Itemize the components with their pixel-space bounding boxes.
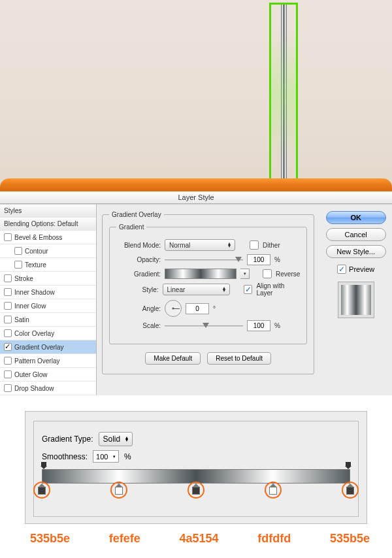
style-label-texture: Texture [25, 261, 46, 269]
style-label-satin: Satin [14, 316, 29, 323]
style-label-pattern-overlay: Pattern Overlay [14, 357, 59, 365]
percent-label: % [124, 452, 131, 461]
reverse-checkbox[interactable] [263, 269, 272, 278]
gradient-overlay-panel: Gradient Overlay Gradient Blend Mode: No… [97, 205, 319, 395]
style-checkbox-bevel-emboss[interactable] [4, 233, 12, 241]
dither-checkbox[interactable] [250, 240, 259, 250]
angle-label: Angle: [116, 305, 161, 312]
make-default-button[interactable]: Make Default [145, 352, 201, 365]
styles-header-label: Styles [4, 207, 22, 214]
styles-header[interactable]: Styles [0, 205, 96, 218]
color-stop-100[interactable] [346, 484, 355, 495]
degree-label: ° [213, 305, 216, 312]
color-stop-25[interactable] [114, 484, 123, 495]
reset-default-button[interactable]: Reset to Default [207, 352, 271, 365]
percent-label: % [274, 256, 280, 263]
style-checkbox-texture[interactable] [14, 261, 22, 269]
blend-mode-select[interactable]: Normal ▴▾ [165, 239, 235, 251]
percent-label: % [274, 322, 280, 329]
preview-swatch [338, 282, 374, 318]
color-stop-0[interactable] [37, 484, 46, 495]
hex-labels-row: 535b5efefefe4a5154fdfdfd535b5e [30, 532, 370, 546]
align-checkbox[interactable] [244, 285, 252, 294]
hex-label-75: fdfdfd [257, 532, 291, 546]
style-label-inner-glow: Inner Glow [14, 303, 46, 310]
style-checkbox-contour[interactable] [14, 247, 22, 255]
style-checkbox-pattern-overlay[interactable] [4, 357, 12, 365]
style-row-bevel-emboss[interactable]: Bevel & Emboss [0, 231, 96, 244]
style-checkbox-inner-glow[interactable] [4, 302, 12, 310]
new-style-button[interactable]: New Style... [326, 245, 386, 258]
scale-input[interactable] [247, 320, 270, 331]
style-row-satin[interactable]: Satin [0, 313, 96, 327]
dialog-right-panel: OK Cancel New Style... Preview [319, 205, 392, 395]
gradient-type-select[interactable]: Solid ▴▾ [99, 432, 133, 446]
style-row-texture[interactable]: Texture [0, 258, 96, 272]
style-row-stroke[interactable]: Stroke [0, 272, 96, 286]
style-checkbox-outer-glow[interactable] [4, 370, 12, 378]
style-row-color-overlay[interactable]: Color Overlay [0, 327, 96, 340]
angle-input[interactable] [186, 303, 209, 314]
style-row-inner-shadow[interactable]: Inner Shadow [0, 286, 96, 299]
selection-highlight [269, 3, 298, 189]
layer-style-dialog: Styles Blending Options: Default Bevel &… [0, 204, 392, 395]
opacity-stop-left[interactable] [41, 462, 47, 469]
style-label-bevel-emboss: Bevel & Emboss [14, 234, 62, 241]
style-row-gradient-overlay[interactable]: Gradient Overlay [0, 340, 96, 354]
angle-dial[interactable] [165, 300, 182, 317]
chevron-updown-icon: ▴▾ [228, 242, 231, 248]
preview-checkbox[interactable] [337, 265, 346, 274]
style-label-stroke: Stroke [14, 275, 33, 282]
opacity-stop-right[interactable] [345, 462, 351, 469]
style-label: Style: [116, 286, 158, 293]
scale-slider[interactable] [165, 321, 243, 331]
style-row-drop-shadow[interactable]: Drop Shadow [0, 382, 96, 395]
chevron-updown-icon: ▴▾ [223, 287, 225, 292]
dither-label: Dither [263, 242, 280, 249]
color-stop-50[interactable] [191, 484, 201, 495]
canvas-preview [0, 0, 392, 191]
group-title: Gradient Overlay [109, 211, 164, 218]
style-row-outer-glow[interactable]: Outer Glow [0, 368, 96, 382]
opacity-label: Opacity: [116, 256, 161, 263]
ok-button[interactable]: OK [326, 211, 386, 224]
hex-label-0: 535b5e [30, 532, 70, 546]
gradient-preview[interactable] [165, 269, 237, 279]
scale-label: Scale: [116, 322, 161, 329]
style-value: Linear [167, 286, 186, 293]
blending-options-row[interactable]: Blending Options: Default [0, 218, 96, 231]
chevron-updown-icon: ▴▾ [125, 436, 128, 442]
hex-label-100: 535b5e [330, 532, 370, 546]
blending-options-label: Blending Options: Default [4, 220, 78, 227]
style-select[interactable]: Linear ▴▾ [163, 284, 230, 295]
hex-label-50: 4a5154 [179, 532, 218, 546]
style-label-gradient-overlay: Gradient Overlay [14, 344, 64, 351]
style-checkbox-gradient-overlay[interactable] [4, 343, 12, 351]
dialog-titlebar: Layer Style [0, 191, 392, 204]
smoothness-input[interactable]: 100 ▾ [93, 450, 119, 463]
gradient-bar[interactable] [42, 469, 350, 506]
style-row-inner-glow[interactable]: Inner Glow [0, 299, 96, 313]
gradient-dropdown[interactable]: ▾ [240, 269, 250, 279]
style-row-contour[interactable]: Contour [0, 244, 96, 258]
gradient-type-label: Gradient Type: [42, 435, 93, 444]
style-label-color-overlay: Color Overlay [14, 330, 54, 337]
dialog-title: Layer Style [178, 193, 214, 201]
opacity-input[interactable] [247, 254, 270, 265]
style-label-inner-shadow: Inner Shadow [14, 289, 55, 296]
style-checkbox-inner-shadow[interactable] [4, 288, 12, 296]
opacity-slider[interactable] [165, 255, 243, 265]
style-row-pattern-overlay[interactable]: Pattern Overlay [0, 354, 96, 368]
smoothness-label: Smoothness: [42, 452, 88, 461]
style-checkbox-color-overlay[interactable] [4, 329, 12, 337]
styles-list: Bevel & EmbossContourTextureStrokeInner … [0, 231, 96, 395]
preview-label: Preview [349, 265, 374, 273]
blend-mode-value: Normal [169, 242, 190, 249]
style-checkbox-satin[interactable] [4, 316, 12, 323]
align-label: Align with Layer [256, 282, 300, 297]
color-stop-75[interactable] [269, 484, 278, 495]
gradient-label: Gradient: [116, 271, 161, 278]
style-checkbox-drop-shadow[interactable] [4, 384, 12, 392]
style-checkbox-stroke[interactable] [4, 274, 12, 282]
cancel-button[interactable]: Cancel [326, 228, 386, 241]
